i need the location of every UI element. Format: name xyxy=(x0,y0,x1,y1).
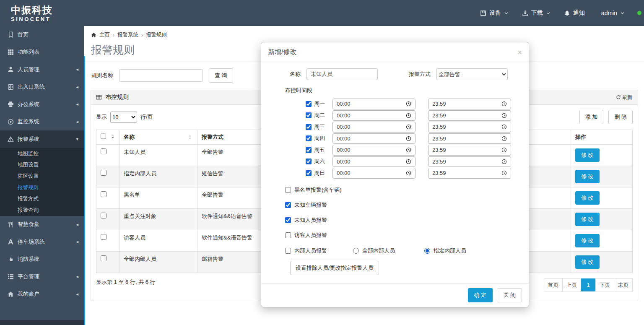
breadcrumb-home[interactable]: 主页 xyxy=(99,31,110,39)
sidebar-subitem[interactable]: 地图设置 xyxy=(0,159,84,171)
day-checkbox[interactable] xyxy=(306,147,312,153)
edit-button[interactable]: 修 改 xyxy=(575,191,600,205)
end-time-input[interactable]: 23:59 xyxy=(428,133,511,144)
sidebar-item[interactable]: 出入口系统 ◂ xyxy=(0,78,84,96)
alarm-option-checkbox[interactable] xyxy=(285,187,291,193)
end-time-input[interactable]: 23:59 xyxy=(428,110,511,121)
delete-button[interactable]: 删 除 xyxy=(608,110,633,124)
internal-alarm-option: 内部人员报警 xyxy=(285,247,327,255)
content-left-accent xyxy=(84,56,85,325)
modal-footer: 确 定 关 闭 xyxy=(261,283,529,307)
end-time-value: 23:59 xyxy=(432,135,446,142)
end-time-value: 23:59 xyxy=(432,170,446,176)
close-button[interactable]: 关 闭 xyxy=(497,288,522,302)
page-button[interactable]: 下页 xyxy=(595,278,614,291)
day-checkbox[interactable] xyxy=(306,135,312,141)
all-internal-option: 全部内部人员 xyxy=(353,247,395,255)
sidebar-subitem[interactable]: 报警查询 xyxy=(0,205,84,216)
sidebar-subitem[interactable]: 报警规则 xyxy=(0,182,84,193)
column-header-name[interactable]: 名称 xyxy=(124,133,135,141)
row-checkbox[interactable] xyxy=(101,191,106,197)
row-checkbox[interactable] xyxy=(101,148,106,154)
gate-icon xyxy=(7,84,14,90)
sidebar-item[interactable]: 我的账户 ◂ xyxy=(0,286,84,303)
navbar-item[interactable]: 下载 xyxy=(522,9,551,17)
sidebar-item[interactable]: 报警系统 ▾ xyxy=(0,130,84,148)
internal-alarm-checkbox[interactable] xyxy=(285,248,291,254)
sidebar-item[interactable]: 智慧食堂 ◂ xyxy=(0,216,84,234)
page-button[interactable]: 首页 xyxy=(544,278,563,291)
start-time-input[interactable]: 00:00 xyxy=(332,156,415,167)
search-button[interactable]: 查 询 xyxy=(209,68,233,83)
page-button[interactable]: 末页 xyxy=(614,278,633,291)
start-time-input[interactable]: 00:00 xyxy=(332,99,415,109)
sidebar-item[interactable]: 办公系统 ◂ xyxy=(0,96,84,113)
close-icon[interactable]: × xyxy=(517,49,522,56)
navbar-item[interactable]: admin xyxy=(598,10,625,16)
start-time-input[interactable]: 00:00 xyxy=(332,133,415,144)
sidebar-item[interactable]: 首页 xyxy=(0,26,84,44)
start-time-input[interactable]: 00:00 xyxy=(332,145,415,156)
all-internal-radio[interactable] xyxy=(353,248,359,254)
day-checkbox[interactable] xyxy=(306,124,312,130)
end-time-input[interactable]: 23:59 xyxy=(428,156,511,167)
sidebar-item[interactable]: 停车场系统 ◂ xyxy=(0,233,84,251)
edit-button[interactable]: 修 改 xyxy=(575,170,600,183)
sidebar-item[interactable]: 平台管理 ◂ xyxy=(0,268,84,286)
alarm-option-checkbox[interactable] xyxy=(285,232,291,238)
clock-icon xyxy=(501,124,507,130)
sort-icon[interactable] xyxy=(110,133,116,139)
end-time-input[interactable]: 23:59 xyxy=(428,99,511,109)
sidebar-item[interactable]: 消防系统 xyxy=(0,251,84,268)
start-time-input[interactable]: 00:00 xyxy=(332,168,415,179)
start-time-input[interactable]: 00:00 xyxy=(332,110,415,121)
sidebar-subitem[interactable]: 报警方式 xyxy=(0,193,84,205)
refresh-button[interactable]: 刷新 xyxy=(616,94,633,101)
sidebar-subitem[interactable]: 地图监控 xyxy=(0,148,84,159)
confirm-button[interactable]: 确 定 xyxy=(468,288,493,302)
alarm-option-checkbox[interactable] xyxy=(285,202,291,208)
sidebar-footer xyxy=(0,320,84,325)
sort-icon[interactable] xyxy=(187,134,193,140)
specified-internal-radio[interactable] xyxy=(424,248,430,254)
exclude-people-button[interactable]: 设置排除人员/更改指定报警人员 xyxy=(290,261,379,275)
edit-button[interactable]: 修 改 xyxy=(575,255,600,269)
row-checkbox[interactable] xyxy=(101,213,106,218)
edit-button[interactable]: 修 改 xyxy=(575,234,600,247)
row-checkbox[interactable] xyxy=(101,234,106,240)
edit-button[interactable]: 修 改 xyxy=(575,148,600,162)
edit-button[interactable]: 修 改 xyxy=(575,213,600,226)
page-button[interactable]: 上页 xyxy=(562,278,581,291)
page-button[interactable]: 1 xyxy=(581,278,596,291)
sidebar-subitem[interactable]: 防区设置 xyxy=(0,171,84,182)
end-time-input[interactable]: 23:59 xyxy=(428,122,511,133)
sidebar-subitem-label: 防区设置 xyxy=(18,173,39,180)
sidebar-item[interactable]: 人员管理 ◂ xyxy=(0,61,84,78)
day-checkbox[interactable] xyxy=(306,170,312,176)
sidebar-item[interactable]: 功能列表 xyxy=(0,44,84,61)
sidebar-item[interactable]: 监控系统 ◂ xyxy=(0,113,84,131)
method-select[interactable]: 全部告警 xyxy=(436,68,508,80)
page-size-select[interactable]: 10 xyxy=(110,112,137,123)
breadcrumb-current: 报警规则 xyxy=(146,31,167,39)
day-checkbox[interactable] xyxy=(306,112,312,118)
breadcrumb-system[interactable]: 报警系统 xyxy=(117,31,138,39)
rule-name-input[interactable] xyxy=(119,69,203,82)
row-checkbox[interactable] xyxy=(101,255,106,261)
end-time-input[interactable]: 23:59 xyxy=(428,145,511,156)
name-input[interactable] xyxy=(306,68,378,80)
device-icon xyxy=(480,10,486,16)
add-button[interactable]: 添 加 xyxy=(579,110,604,124)
method-field: 报警方式 全部告警 xyxy=(409,68,508,80)
navbar-item[interactable]: 通知 xyxy=(564,9,585,17)
navbar-item[interactable]: 设备 xyxy=(480,9,509,17)
end-time-input[interactable]: 23:59 xyxy=(428,168,511,179)
select-all-checkbox[interactable] xyxy=(101,133,106,139)
alarm-option-checkbox[interactable] xyxy=(285,217,291,223)
sidebar-submenu: 地图监控 地图设置 防区设置 报警规则 报警方式 xyxy=(0,148,84,216)
start-time-input[interactable]: 00:00 xyxy=(332,122,415,133)
day-checkbox[interactable] xyxy=(306,101,312,107)
day-checkbox[interactable] xyxy=(306,159,312,164)
alarm-option-label: 访客人员报警 xyxy=(294,231,327,239)
row-checkbox[interactable] xyxy=(101,170,106,176)
